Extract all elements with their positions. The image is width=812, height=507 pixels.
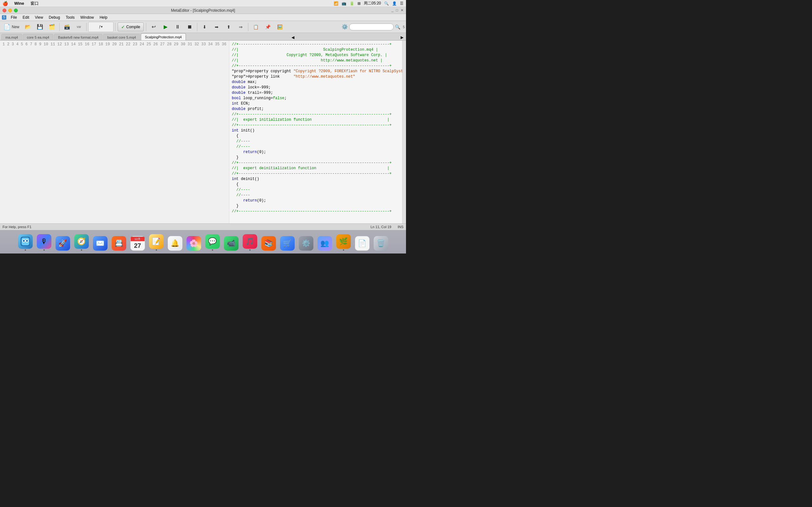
tab-basketcore5[interactable]: basket core 5.mq4 [103,34,140,40]
sep5 [197,23,197,31]
var-button[interactable]: var [73,22,85,32]
music-dot [249,249,251,250]
app-menubar: 5 File Edit View Debug Tools Window Help [0,14,406,21]
tabs-scroll-right[interactable]: ▶ [399,35,405,40]
menu-lines-icon[interactable]: ☰ [400,1,403,6]
function-dropdown[interactable]: ƒ▾ [88,22,113,32]
toolbar-count: 5 [403,25,405,29]
menu-debug[interactable]: Debug [46,14,62,20]
tab-ma[interactable]: ma.mq4 [1,34,22,40]
dock-contacts[interactable]: 📇 [110,233,128,250]
play-button[interactable]: ▶ [160,22,171,32]
dock-photos[interactable]: 🌸 [185,233,202,250]
vertical-scrollbar[interactable] [402,41,406,223]
tab-scalpingprotection[interactable]: ScalpingProtection.mq4 [141,33,186,40]
step-out-button[interactable]: ⬆ [223,22,235,32]
code-line-12: bool loop_running=false; [232,96,400,101]
menu-file[interactable]: File [8,14,19,20]
dock-launchpad[interactable]: 🚀 [54,233,71,250]
screenshot-button[interactable]: 🖼️ [274,22,286,32]
notes-dot [156,249,157,250]
code-line-5: //+-------------------------------------… [232,63,400,69]
dock-calendar[interactable]: 12月 27 [129,233,146,250]
code-line-36: //+-------------------------------------… [232,209,400,214]
undo-icon: ↩ [152,24,156,30]
open-button[interactable]: 📂 [22,22,34,32]
dock-mail[interactable]: ✉️ [91,233,109,250]
menu-help[interactable]: Help [97,14,110,20]
dock-trash[interactable]: 🗑️ [372,233,390,250]
mac-menu-windows[interactable]: 窗口 [29,1,40,6]
menu-edit[interactable]: Edit [20,14,32,20]
dock-notes[interactable]: 📝 [148,233,165,250]
search-mac-icon[interactable]: 🔍 [384,1,389,6]
launchpad-icon: 🚀 [55,236,70,250]
dock-books[interactable]: 📚 [260,233,277,250]
newdoc-icon: 📄 [355,236,369,250]
code-line-4: //| http://www.metaquotes.net | [232,58,400,63]
messages-dot [212,249,213,250]
dock-settings[interactable]: ⚙️ [297,233,315,250]
menu-window[interactable]: Window [78,14,96,20]
airplay-icon: 📺 [342,1,346,6]
code-line-7: "prop">#property link "http://www.metaqu… [232,74,400,79]
tab-basketv8[interactable]: Basketv8 new format.mq4 [54,34,102,40]
tabs-scroll-left[interactable]: ◀ [290,35,296,40]
code-area[interactable]: //+-------------------------------------… [229,41,402,223]
dock-appstore[interactable]: 🛒 [278,233,296,250]
dock-music[interactable]: 🎵 [241,233,258,250]
compile-button[interactable]: ✓ Compile [118,22,144,32]
minimize-button[interactable] [8,9,12,12]
search-icon[interactable]: 🔍 [395,24,400,30]
siri-icon: 🎙 [37,234,51,249]
menu-view[interactable]: View [32,14,46,20]
new-button[interactable]: 📄 New [1,22,21,32]
win-restore-icon[interactable]: □ [396,8,398,12]
gear-icon[interactable]: ⚙️ [342,24,348,30]
finder-icon [18,234,33,249]
copy-button[interactable]: 📋 [250,22,261,32]
dock-metaeditor[interactable]: 🌿 [335,233,352,250]
win-minimize-icon[interactable]: _ [392,8,393,12]
safari-icon: 🧭 [74,234,89,249]
tab-core5ea[interactable]: core 5 ea.mq4 [23,34,53,40]
stop-button[interactable]: ⏹ [184,22,195,32]
step-into-button[interactable]: ⬇ [199,22,210,32]
books-icon: 📚 [261,236,276,250]
pause-button[interactable]: ⏸ [172,22,183,32]
paste-button[interactable]: 📌 [262,22,273,32]
editor-container: 1 2 3 4 5 6 7 8 9 10 11 12 13 14 15 16 1… [0,41,406,223]
new-icon: 📄 [3,23,10,31]
mac-app-name[interactable]: Wine [13,1,26,6]
undo-button[interactable]: ↩ [148,22,159,32]
tabs-bar: ma.mq4 core 5 ea.mq4 Basketv8 new format… [0,33,406,41]
window-controls [3,9,18,12]
svg-point-5 [26,240,28,242]
code-line-13: int ECN; [232,101,400,107]
save-button[interactable]: 💾 [34,22,46,32]
dock-messages[interactable]: 💬 [204,233,221,250]
code-line-21: //---- [232,139,400,144]
play-icon: ▶ [164,24,167,30]
menu-tools[interactable]: Tools [63,14,77,20]
dock-newdoc[interactable]: 📄 [353,233,371,250]
apple-menu[interactable]: 🍎 [3,1,8,6]
dock-siri[interactable]: 🎙 [35,233,53,250]
maximize-button[interactable] [14,9,18,12]
dock-reminders[interactable]: 🔔 [166,233,184,250]
close-button[interactable] [3,9,6,12]
dock-users[interactable]: 👥 [316,233,334,250]
dock-finder[interactable] [16,233,34,250]
user-icon[interactable]: 👤 [392,1,397,6]
step-last-button[interactable]: ⇒ [235,22,247,32]
code-line-3: //| Copyright ?2009, MetaQuotes Software… [232,53,400,58]
dock-safari[interactable]: 🧭 [72,233,90,250]
dock-facetime[interactable]: 📹 [222,233,240,250]
step-over-button[interactable]: ➡ [211,22,222,32]
search-input[interactable] [349,23,394,31]
navigator-button[interactable]: 🗃️ [61,22,72,32]
code-line-26: //+-------------------------------------… [232,160,400,166]
finder-dot [25,249,26,250]
close-doc-button[interactable]: 🗂️ [46,22,58,32]
win-close-icon[interactable]: ✕ [401,8,403,12]
